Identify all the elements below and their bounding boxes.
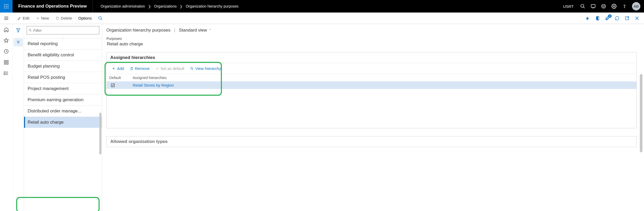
svg-rect-32 <box>7 61 8 62</box>
feedback-icon[interactable] <box>590 3 596 9</box>
view-selector[interactable]: Standard view ˅ <box>179 28 211 33</box>
scrollbar[interactable] <box>640 74 642 152</box>
search-icon <box>98 16 103 21</box>
command-bar: Edit New Delete Options <box>0 13 644 24</box>
default-checkbox[interactable] <box>109 83 133 87</box>
favorites-icon[interactable] <box>3 38 9 43</box>
breadcrumb-item[interactable]: Organizations <box>154 4 177 8</box>
gear-icon[interactable] <box>611 3 617 9</box>
workspaces-icon[interactable] <box>3 59 9 65</box>
svg-point-13 <box>603 6 603 6</box>
assigned-hierarchies-section: Assigned hierarchies Add Remove Set as d… <box>106 52 637 128</box>
assigned-hierarchy-link[interactable]: Retail Stores by Region <box>133 83 174 87</box>
main-pane: Organization hierarchy purposes | Standa… <box>102 24 644 211</box>
office-icon[interactable] <box>594 15 600 21</box>
svg-marker-41 <box>16 29 20 32</box>
svg-line-23 <box>101 19 102 20</box>
purpose-item[interactable]: Benefit eligibility control <box>24 49 102 61</box>
search-icon <box>190 67 194 70</box>
svg-point-12 <box>602 4 606 8</box>
edit-button[interactable]: Edit <box>15 14 32 22</box>
view-hierarchy-label: View hierarchy <box>195 66 221 71</box>
trash-icon <box>55 16 59 20</box>
scrollbar[interactable] <box>99 113 101 154</box>
svg-line-46 <box>31 31 32 32</box>
col-default[interactable]: Default <box>109 76 133 80</box>
personalize-icon[interactable] <box>585 15 590 21</box>
view-hierarchy-button[interactable]: View hierarchy <box>189 66 222 71</box>
new-label: New <box>41 16 49 20</box>
search-icon[interactable] <box>580 3 586 9</box>
svg-rect-33 <box>4 63 6 64</box>
breadcrumb-item[interactable]: Organization administration <box>101 4 145 8</box>
options-button[interactable]: Options <box>76 14 94 22</box>
purposes-field-value: Retail auto charge <box>106 41 164 49</box>
body: . Retail reportingBenefit eligibility co… <box>0 24 644 211</box>
left-nav-rail <box>0 24 13 211</box>
table-row[interactable]: Retail Stores by Region <box>107 81 636 89</box>
section-toolbar: Add Remove Set as default View hierarchy <box>107 63 636 74</box>
refresh-icon[interactable] <box>614 15 620 21</box>
chevron-right-icon: ❯ <box>180 4 183 8</box>
main-header: Organization hierarchy purposes | Standa… <box>102 24 637 49</box>
purpose-item[interactable]: Retail reporting <box>24 38 102 49</box>
svg-point-0 <box>4 4 5 5</box>
purpose-item[interactable]: Project management <box>24 83 102 94</box>
purpose-item[interactable]: Retail POS posting <box>24 72 102 83</box>
svg-point-8 <box>8 8 8 8</box>
filter-input[interactable] <box>33 28 98 33</box>
waffle-icon <box>4 4 9 9</box>
popout-icon[interactable] <box>624 15 630 21</box>
table-header: Default Assigned hierarchies <box>107 74 636 81</box>
search-command[interactable] <box>95 14 105 22</box>
search-icon <box>28 28 32 32</box>
add-label: Add <box>117 66 124 71</box>
new-button[interactable]: New <box>33 14 52 22</box>
avatar[interactable]: AD <box>632 2 640 10</box>
set-default-label: Set as default <box>161 66 185 71</box>
company-code[interactable]: USRT <box>563 4 574 9</box>
delete-button[interactable]: Delete <box>53 14 75 22</box>
col-assigned[interactable]: Assigned hierarchies <box>133 76 634 80</box>
filter-rail <box>13 24 24 211</box>
svg-point-2 <box>8 4 8 5</box>
delete-label: Delete <box>61 16 72 20</box>
recent-icon[interactable] <box>3 49 9 54</box>
svg-point-14 <box>604 6 605 6</box>
svg-point-6 <box>4 8 5 8</box>
purpose-item[interactable]: Retail auto charge <box>24 117 102 128</box>
edit-label: Edit <box>23 16 29 20</box>
svg-rect-11 <box>591 4 595 8</box>
close-icon[interactable] <box>634 15 640 21</box>
remove-button[interactable]: Remove <box>128 66 151 71</box>
view-label: Standard view <box>179 28 207 33</box>
smile-icon[interactable] <box>601 3 606 9</box>
purpose-item[interactable]: Distributed order manage... <box>24 105 102 117</box>
nav-toggle-button[interactable] <box>0 13 13 24</box>
home-icon[interactable] <box>3 27 9 32</box>
breadcrumb-item[interactable]: Organization hierarchy purposes <box>186 4 238 8</box>
svg-point-22 <box>99 16 101 19</box>
separator: | <box>174 28 175 33</box>
page-title: Organization hierarchy purposes <box>106 28 171 33</box>
header-right: USRT AD <box>563 2 644 10</box>
app-launcher-button[interactable] <box>0 0 13 13</box>
modules-icon[interactable] <box>3 70 9 76</box>
chevron-right-icon: ❯ <box>148 4 151 8</box>
svg-rect-51 <box>111 84 114 87</box>
filter-list-button[interactable] <box>14 38 23 46</box>
chevron-down-icon: ˅ <box>209 29 211 32</box>
attachment-count: 0 <box>608 14 612 18</box>
svg-line-10 <box>584 7 585 8</box>
svg-point-1 <box>6 4 7 5</box>
plus-icon <box>112 67 116 70</box>
filter-box[interactable] <box>27 26 99 34</box>
app-title: Finance and Operations Preview <box>13 0 93 13</box>
options-label: Options <box>78 16 92 20</box>
purpose-item[interactable]: Budget planning <box>24 61 102 72</box>
add-button[interactable]: Add <box>110 66 126 71</box>
attachments-button[interactable]: 0 <box>604 15 610 21</box>
filter-funnel-button[interactable] <box>14 26 23 34</box>
help-icon[interactable] <box>622 3 627 9</box>
purpose-item[interactable]: Premium earning generation <box>24 94 102 105</box>
